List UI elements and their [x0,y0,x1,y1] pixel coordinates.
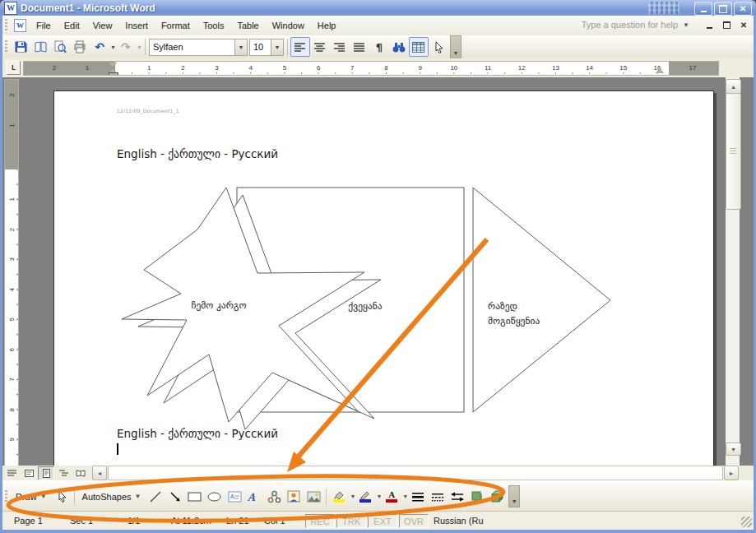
help-question-box[interactable]: Type a question for help ▼ [582,20,689,30]
ruler-number: 1 [71,63,104,74]
print-preview-icon [53,40,67,53]
font-color-dropdown[interactable]: ▼ [402,494,408,499]
show-formatting-marks-button[interactable]: ¶ [369,37,389,57]
resize-grip[interactable] [741,517,752,527]
toolbar-options-button[interactable]: ▼ [450,35,461,59]
insert-oval-button[interactable] [205,488,225,506]
menu-item[interactable]: Format [155,17,197,34]
line-color-dropdown[interactable]: ▼ [376,494,382,499]
horizontal-ruler[interactable]: 21 12345678910111213141516 1718 [23,61,719,76]
arrow-style-button[interactable] [448,488,467,506]
menu-item[interactable]: Help [311,17,343,34]
font-name-dropdown[interactable]: ▼ [234,39,247,55]
align-justify-button[interactable] [350,37,369,57]
scroll-left-button[interactable]: ◄ [92,466,107,480]
scroll-down-button[interactable]: ▼ [726,443,741,456]
status-ovr-toggle[interactable]: OVR [399,514,429,528]
find-button[interactable] [389,37,409,57]
draw-menu-button[interactable]: Draw▼ [11,488,52,506]
select-objects-button[interactable] [52,488,72,506]
align-center-button[interactable] [310,37,330,57]
drawbar-grip[interactable] [5,490,7,503]
menu-item[interactable]: Insert [118,17,155,34]
save-button[interactable] [11,37,30,57]
menu-item[interactable]: View [86,17,119,34]
insert-diagram-button[interactable] [264,488,284,506]
document-page[interactable]: 12/12/09_Document1_1 English - ქართული -… [53,90,714,466]
vertical-ruler[interactable]: 21 12345678910 [4,79,19,466]
status-rec-toggle[interactable]: REC [305,514,335,528]
read-button[interactable] [30,37,50,57]
document-icon[interactable]: W [14,19,26,32]
insert-arrow-button[interactable] [165,488,185,506]
insert-clip-art-button[interactable] [284,488,304,506]
font-size-dropdown[interactable]: ▼ [271,39,283,55]
line-style-button[interactable] [408,488,428,506]
redo-button[interactable]: ↷ [116,37,136,57]
minimize-button[interactable] [694,2,712,16]
print-button[interactable] [70,37,90,57]
insert-line-button[interactable] [146,488,165,506]
print-layout-view-button[interactable] [38,466,54,480]
font-color-button[interactable]: A [382,488,401,506]
undo-dropdown[interactable]: ▼ [110,44,116,50]
font-size-combo[interactable]: 10 ▼ [249,39,284,56]
fill-color-dropdown[interactable]: ▼ [350,494,355,499]
ruler-number: 2 [4,223,19,236]
insert-table-button[interactable] [409,37,429,57]
tab-stop-selector[interactable]: L [7,61,21,75]
toolbar-grip[interactable] [5,40,7,53]
scroll-right-button[interactable]: ► [724,466,739,480]
vertical-scrollbar[interactable]: ▲ ▼ [726,77,740,466]
first-line-indent-marker[interactable] [109,63,117,67]
font-name-combo[interactable]: Sylfaen ▼ [149,39,248,56]
chevron-down-icon: ▼ [452,50,458,56]
normal-view-button[interactable] [3,466,20,480]
outline-view-button[interactable] [55,466,72,480]
dash-style-button[interactable] [428,488,448,506]
autoshapes-menu-button[interactable]: AutoShapes▼ [77,488,146,506]
undo-button[interactable]: ↶ [90,37,109,57]
web-layout-view-button[interactable] [21,466,37,480]
select-objects-button[interactable] [429,37,448,57]
insert-picture-button[interactable] [304,488,323,506]
right-indent-marker[interactable] [656,68,664,73]
scrollbar-thumb[interactable] [726,93,741,210]
horizontal-scrollbar-track[interactable] [108,466,723,480]
insert-wordart-button[interactable]: A [244,488,264,506]
fill-color-button[interactable] [329,488,349,506]
menu-item[interactable]: Tools [197,17,231,34]
menubar-grip[interactable] [5,19,7,32]
doc-close-button[interactable]: ✕ [739,20,749,30]
line-color-button[interactable] [355,488,375,506]
status-trk-toggle[interactable]: TRK [336,514,366,528]
align-left-button[interactable] [290,37,310,57]
print-preview-button[interactable] [50,37,70,57]
maximize-button[interactable] [714,2,732,16]
binoculars-icon [392,41,406,53]
redo-dropdown[interactable]: ▼ [137,44,142,50]
insert-rectangle-button[interactable] [185,488,205,506]
menu-item[interactable]: Edit [58,17,86,34]
align-right-button[interactable] [330,37,350,57]
doc-restore-button[interactable] [721,20,731,30]
scroll-up-button[interactable]: ▲ [726,79,741,94]
ruler-number: 13 [539,63,573,74]
chevron-down-icon[interactable]: ▼ [683,21,689,29]
status-ext-toggle[interactable]: EXT [368,514,397,528]
align-right-icon [334,42,345,52]
menu-item[interactable]: File [30,17,58,34]
close-button[interactable]: ✕ [734,2,752,16]
reading-layout-view-button[interactable] [72,466,89,480]
ruler-number: 5 [267,63,301,74]
three-d-style-button[interactable] [487,488,507,506]
doc-minimize-button[interactable] [704,20,714,30]
title-bar[interactable]: W Document1 - Microsoft Word ✕ [0,0,756,16]
drawbar-options-button[interactable]: ▼ [508,485,520,508]
window-title: Document1 - Microsoft Word [21,2,155,14]
shadow-style-button[interactable] [467,488,487,506]
left-indent-marker[interactable] [109,72,118,76]
menu-item[interactable]: Window [266,17,311,34]
insert-text-box-button[interactable]: A [225,488,244,506]
menu-item[interactable]: Table [230,17,265,34]
